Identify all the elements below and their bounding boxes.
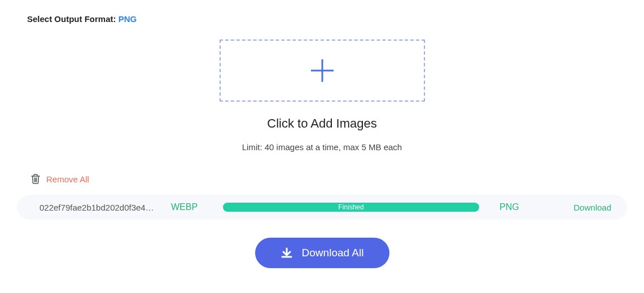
output-format-value[interactable]: PNG: [119, 14, 137, 24]
download-all-button[interactable]: Download All: [255, 238, 389, 268]
progress-bar: Finished: [223, 203, 479, 212]
add-images-dropzone[interactable]: [220, 40, 425, 102]
trash-icon: [30, 173, 41, 185]
progress-wrap: Finished: [223, 203, 479, 212]
file-source-format: WEBP: [171, 202, 205, 212]
download-icon: [281, 247, 293, 259]
limit-text: Limit: 40 images at a time, max 5 MB eac…: [17, 142, 627, 152]
progress-status: Finished: [338, 203, 363, 211]
remove-all-button[interactable]: Remove All: [30, 173, 627, 185]
download-all-label: Download All: [302, 247, 364, 259]
file-row: 022ef79fae2b1bd202d0f3e4… WEBP Finished …: [17, 195, 627, 220]
file-output-format: PNG: [500, 202, 528, 212]
remove-all-label: Remove All: [46, 174, 89, 184]
download-link[interactable]: Download: [538, 203, 611, 212]
add-images-title: Click to Add Images: [17, 116, 627, 131]
file-name: 022ef79fae2b1bd202d0f3e4…: [40, 203, 161, 212]
output-format-row: Select Output Format: PNG: [27, 14, 627, 24]
output-format-label: Select Output Format:: [27, 14, 119, 24]
plus-icon: [308, 56, 337, 85]
